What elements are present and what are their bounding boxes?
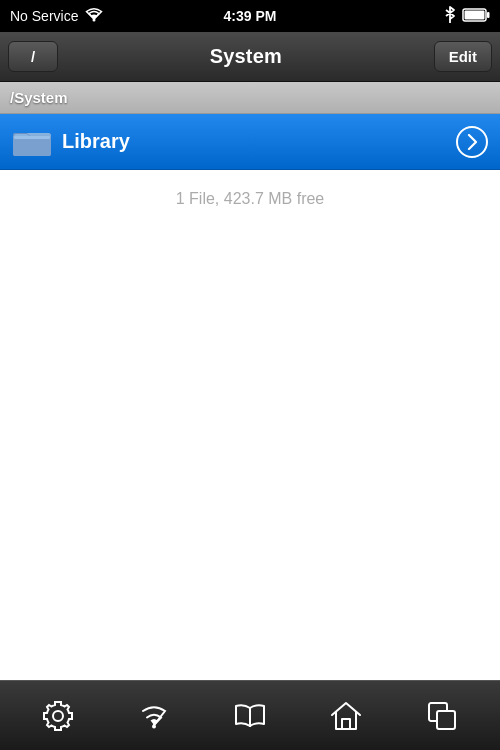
book-icon — [232, 702, 268, 730]
status-bar: No Service 4:39 PM — [0, 0, 500, 32]
books-button[interactable] — [220, 691, 280, 741]
wifi-icon — [137, 703, 171, 729]
svg-point-10 — [53, 711, 63, 721]
nav-title: System — [210, 45, 282, 68]
svg-point-11 — [152, 724, 156, 728]
chevron-right-icon — [456, 126, 488, 158]
svg-rect-13 — [342, 719, 350, 729]
windows-icon — [427, 701, 457, 731]
battery-icon — [462, 8, 490, 25]
wifi-button[interactable] — [124, 691, 184, 741]
bluetooth-icon — [444, 6, 456, 27]
edit-button[interactable]: Edit — [434, 41, 492, 72]
list-item[interactable]: Library — [0, 114, 500, 170]
path-bar: /System — [0, 82, 500, 114]
svg-rect-9 — [14, 136, 50, 139]
svg-rect-3 — [487, 12, 490, 18]
gear-icon — [42, 700, 74, 732]
current-path: /System — [10, 89, 68, 106]
time-label: 4:39 PM — [224, 8, 277, 24]
windows-button[interactable] — [412, 691, 472, 741]
wifi-icon-status — [84, 7, 104, 25]
settings-button[interactable] — [28, 691, 88, 741]
svg-rect-15 — [437, 711, 455, 729]
file-name-label: Library — [62, 130, 456, 153]
nav-bar: / System Edit — [0, 32, 500, 82]
folder-icon — [12, 122, 52, 162]
home-icon — [330, 701, 362, 731]
home-button[interactable] — [316, 691, 376, 741]
file-list: Library — [0, 114, 500, 170]
svg-point-0 — [93, 19, 96, 22]
no-service-label: No Service — [10, 8, 78, 24]
free-space-label: 1 File, 423.7 MB free — [0, 170, 500, 228]
back-button[interactable]: / — [8, 41, 58, 72]
bottom-toolbar — [0, 680, 500, 750]
svg-rect-4 — [465, 10, 485, 19]
